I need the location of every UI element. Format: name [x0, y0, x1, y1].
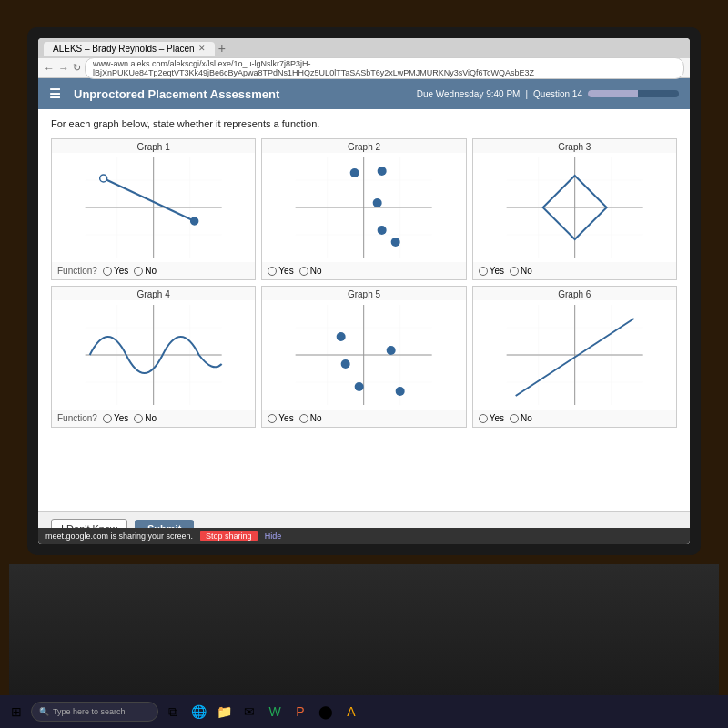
- new-tab-icon[interactable]: +: [215, 41, 229, 56]
- no-label-4: No: [145, 413, 157, 423]
- no-label-5: No: [310, 413, 322, 423]
- svg-point-20: [378, 167, 387, 176]
- url-input[interactable]: www-awn.aleks.com/alekscgi/x/lsl.exe/1o_…: [85, 57, 684, 79]
- graph-4-title: Graph 4: [52, 287, 255, 300]
- back-icon[interactable]: ←: [44, 62, 55, 75]
- function-row-4: Function? Yes No: [52, 410, 255, 427]
- mail-icon[interactable]: ✉: [238, 701, 260, 723]
- powerpoint-icon[interactable]: P: [289, 701, 311, 723]
- progress-bar: [588, 90, 679, 97]
- function-label-1: Function?: [57, 266, 97, 276]
- search-icon: 🔍: [39, 707, 49, 716]
- yes-label-6: Yes: [490, 413, 504, 423]
- yes-radio-2[interactable]: [268, 267, 277, 276]
- graph-cell-3: Graph 3: [472, 138, 677, 280]
- app-title: Unproctored Placement Assessment: [74, 87, 279, 101]
- laptop-body: Esc F1 F2 F3 F4 F5 F6 F7 F8 F9 F10 F11 F…: [9, 564, 719, 710]
- graph-2-svg: [262, 153, 465, 262]
- due-label: Due Wednesday 9:40 PM: [417, 89, 521, 99]
- windows-icon[interactable]: ⊞: [5, 701, 27, 723]
- graph-4-canvas: [52, 300, 255, 410]
- svg-point-21: [373, 198, 382, 207]
- yes-label-3: Yes: [490, 266, 504, 276]
- tab-close-icon[interactable]: ✕: [198, 44, 206, 53]
- aleks-header: ☰ Unproctored Placement Assessment Due W…: [38, 78, 690, 109]
- yes-label-2: Yes: [278, 266, 293, 276]
- tab-title: ALEKS – Brady Reynolds – Placen: [53, 44, 195, 54]
- yes-option-5[interactable]: Yes: [268, 413, 293, 423]
- yes-option-4[interactable]: Yes: [103, 413, 128, 423]
- graph-3-canvas: [473, 153, 676, 262]
- graph-cell-4: Graph 4: [51, 286, 256, 428]
- graph-1-title: Graph 1: [52, 139, 255, 153]
- reload-icon[interactable]: ↻: [73, 62, 81, 74]
- graph-5-svg: [262, 300, 465, 410]
- browser-screen: ALEKS – Brady Reynolds – Placen ✕ + ← → …: [38, 38, 690, 544]
- no-option-3[interactable]: No: [510, 266, 532, 276]
- yes-radio-6[interactable]: [479, 414, 488, 423]
- question-text: For each graph below, state whether it r…: [51, 118, 677, 129]
- no-label-2: No: [310, 266, 322, 276]
- main-content: For each graph below, state whether it r…: [38, 109, 690, 519]
- chrome-icon[interactable]: ⬤: [315, 701, 337, 723]
- graph-3-svg: [473, 153, 676, 262]
- no-radio-3[interactable]: [510, 267, 519, 276]
- graph-2-title: Graph 2: [262, 139, 465, 153]
- url-text: www-awn.aleks.com/alekscgi/x/lsl.exe/1o_…: [93, 59, 534, 77]
- graph-5-canvas: [262, 300, 465, 410]
- no-radio-2[interactable]: [299, 267, 308, 276]
- graph-5-title: Graph 5: [262, 287, 465, 300]
- function-row-5: Yes No: [262, 410, 465, 427]
- yes-label-1: Yes: [114, 266, 128, 276]
- no-option-1[interactable]: No: [134, 266, 157, 276]
- task-view-icon[interactable]: ⧉: [162, 701, 184, 723]
- no-radio-1[interactable]: [134, 267, 143, 276]
- file-explorer-icon[interactable]: 📁: [213, 701, 235, 723]
- no-label-1: No: [145, 266, 157, 276]
- graph-3-title: Graph 3: [473, 139, 676, 153]
- no-option-5[interactable]: No: [299, 413, 322, 423]
- due-info: Due Wednesday 9:40 PM | Question 14: [417, 89, 679, 99]
- yes-radio-5[interactable]: [268, 414, 277, 423]
- question-label: Question 14: [533, 89, 582, 99]
- no-radio-4[interactable]: [134, 414, 143, 423]
- graphs-grid: Graph 1: [51, 138, 677, 428]
- svg-point-52: [387, 346, 396, 355]
- svg-point-49: [337, 332, 346, 341]
- yes-option-3[interactable]: Yes: [479, 266, 504, 276]
- no-radio-5[interactable]: [299, 414, 308, 423]
- no-radio-6[interactable]: [510, 414, 519, 423]
- svg-point-53: [396, 387, 405, 396]
- yes-option-2[interactable]: Yes: [268, 266, 293, 276]
- no-option-4[interactable]: No: [134, 413, 157, 423]
- word-icon[interactable]: W: [264, 701, 286, 723]
- search-box[interactable]: 🔍 Type here to search: [31, 702, 158, 722]
- no-option-6[interactable]: No: [510, 413, 532, 423]
- edge-icon[interactable]: 🌐: [187, 701, 209, 723]
- graph-2-canvas: [262, 153, 465, 262]
- forward-icon[interactable]: →: [58, 62, 69, 75]
- browser-tab[interactable]: ALEKS – Brady Reynolds – Placen ✕: [44, 42, 215, 56]
- graph-6-canvas: [473, 300, 676, 410]
- svg-point-19: [350, 168, 359, 177]
- menu-icon[interactable]: ☰: [49, 86, 61, 101]
- stop-sharing-button[interactable]: Stop sharing: [200, 531, 258, 541]
- sharing-bar: meet.google.com is sharing your screen. …: [38, 528, 690, 544]
- yes-radio-1[interactable]: [103, 267, 112, 276]
- function-row-6: Yes No: [473, 410, 676, 427]
- app-icon-1[interactable]: A: [340, 701, 362, 723]
- no-option-2[interactable]: No: [299, 266, 322, 276]
- yes-radio-4[interactable]: [103, 414, 112, 423]
- svg-point-9: [100, 175, 107, 182]
- graph-cell-6: Graph 6: [472, 286, 677, 428]
- sharing-text: meet.google.com is sharing your screen.: [46, 531, 193, 541]
- search-placeholder: Type here to search: [53, 707, 126, 716]
- hide-link[interactable]: Hide: [265, 531, 282, 541]
- graph-cell-1: Graph 1: [51, 138, 256, 280]
- laptop-screen: ALEKS – Brady Reynolds – Placen ✕ + ← → …: [27, 27, 701, 555]
- taskbar: ⊞ 🔍 Type here to search ⧉ 🌐 📁 ✉ W P ⬤ A: [0, 695, 728, 728]
- yes-radio-3[interactable]: [479, 267, 488, 276]
- graph-6-svg: [473, 300, 676, 410]
- yes-option-1[interactable]: Yes: [103, 266, 128, 276]
- yes-option-6[interactable]: Yes: [479, 413, 504, 423]
